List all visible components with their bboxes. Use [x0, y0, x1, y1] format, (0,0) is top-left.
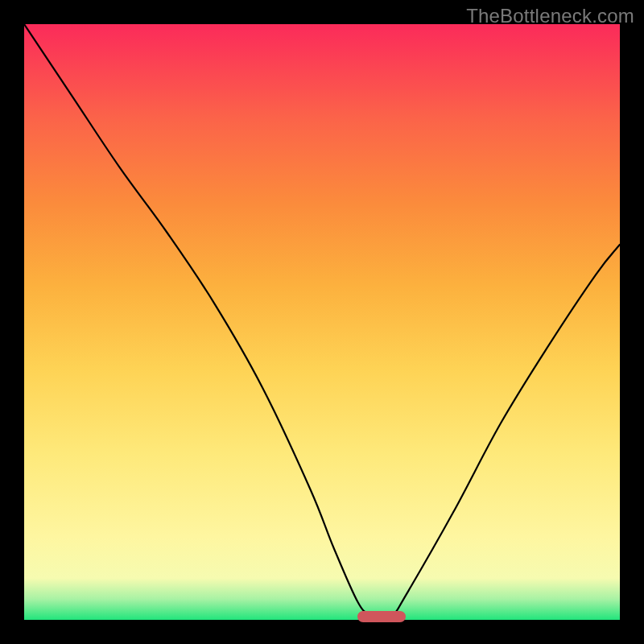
plot-area [24, 24, 620, 620]
optimal-range-marker [357, 611, 405, 622]
curve-svg [24, 24, 620, 620]
bottleneck-curve [24, 24, 620, 615]
chart-frame: TheBottleneck.com [0, 0, 644, 644]
